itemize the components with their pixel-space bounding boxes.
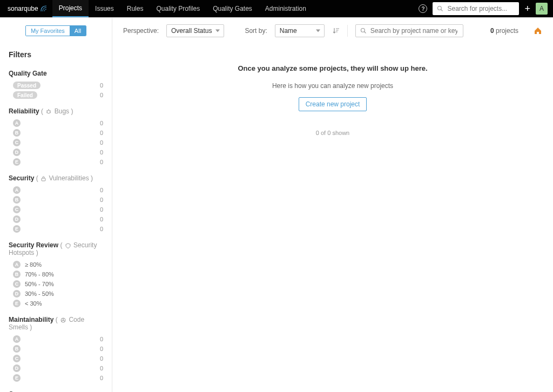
nav-item-issues[interactable]: Issues: [89, 0, 120, 17]
rating-badge: E: [13, 225, 21, 233]
maintainability-rating-a[interactable]: A0: [0, 334, 112, 344]
tab-all[interactable]: All: [70, 26, 86, 36]
facet-security-title[interactable]: Security ( Vulnerabilities ): [0, 167, 112, 185]
brand-logo[interactable]: sonarqube: [5, 5, 52, 12]
empty-subtext: Here is how you can analyze new projects: [123, 82, 542, 90]
nav-item-administration[interactable]: Administration: [259, 0, 313, 17]
svg-point-24: [361, 29, 365, 32]
create-project-button[interactable]: Create new project: [299, 97, 367, 111]
security-review-a[interactable]: A≥ 80%: [0, 260, 112, 269]
svg-line-1: [441, 10, 443, 11]
security-review-b[interactable]: B70% - 80%: [0, 269, 112, 279]
rating-badge: C: [13, 139, 21, 146]
nav-item-rules[interactable]: Rules: [120, 0, 150, 17]
rating-count: 0: [100, 375, 103, 381]
lock-icon: [41, 176, 46, 181]
filters-heading: Filters: [0, 47, 112, 62]
create-icon[interactable]: +: [524, 4, 530, 13]
facet-quality-gate-passed[interactable]: Passed 0: [0, 80, 112, 90]
facet-quality-gate-failed[interactable]: Failed 0: [0, 90, 112, 100]
rating-badge: D: [13, 290, 21, 298]
projects-count: 0 projects: [490, 27, 518, 35]
nav-item-projects[interactable]: Projects: [52, 0, 89, 17]
radiation-icon: [60, 317, 66, 323]
main-nav: ProjectsIssuesRulesQuality ProfilesQuali…: [52, 0, 313, 17]
sort-select[interactable]: Name: [275, 24, 325, 37]
results-shown-text: 0 of 0 shown: [123, 130, 542, 136]
maintainability-rating-c[interactable]: C0: [0, 354, 112, 363]
passed-pill: Passed: [13, 82, 41, 89]
reliability-rating-a[interactable]: A0: [0, 118, 112, 128]
project-search-input[interactable]: [369, 26, 458, 35]
rating-badge: E: [13, 374, 21, 382]
maintainability-rating-e[interactable]: E0: [0, 373, 112, 383]
security-review-e[interactable]: E< 30%: [0, 299, 112, 308]
reliability-rating-b[interactable]: B0: [0, 128, 112, 138]
rating-count: 0: [100, 365, 103, 371]
facet-label: Maintainability: [9, 316, 53, 323]
top-navbar: sonarqube ProjectsIssuesRulesQuality Pro…: [0, 0, 553, 17]
range-label: < 30%: [25, 300, 42, 307]
security-review-c[interactable]: C50% - 70%: [0, 279, 112, 289]
nav-item-quality-profiles[interactable]: Quality Profiles: [150, 0, 206, 17]
facet-security-review-title[interactable]: Security Review ( Security Hotspots ): [0, 234, 112, 260]
favorites-toggle-row: My Favorites All: [0, 18, 112, 42]
maintainability-rating-d[interactable]: D0: [0, 363, 112, 373]
tab-my-favorites[interactable]: My Favorites: [26, 26, 70, 36]
facet-sublabel: Bugs: [55, 107, 69, 115]
rating-badge: C: [13, 206, 21, 213]
rating-badge: D: [13, 364, 21, 372]
security-rating-e[interactable]: E0: [0, 224, 112, 234]
rating-badge: B: [13, 196, 21, 204]
help-icon[interactable]: ?: [419, 4, 427, 13]
rating-count: 0: [100, 336, 103, 342]
svg-rect-8: [42, 178, 45, 181]
security-rating-c[interactable]: C0: [0, 205, 112, 214]
facet-quality-gate-title[interactable]: Quality Gate: [0, 62, 112, 80]
home-icon[interactable]: [534, 26, 542, 35]
facet-sublabel: Vulnerabilities: [49, 174, 89, 182]
rating-count: 0: [100, 216, 103, 222]
sort-direction-icon[interactable]: [332, 27, 340, 35]
rating-count: 0: [100, 226, 103, 232]
user-avatar[interactable]: A: [536, 3, 548, 15]
rating-badge: B: [13, 271, 21, 278]
security-rating-b[interactable]: B0: [0, 195, 112, 205]
rating-badge: E: [13, 158, 21, 166]
global-search[interactable]: [433, 2, 519, 15]
rating-count: 0: [100, 206, 103, 213]
reliability-rating-d[interactable]: D0: [0, 147, 112, 157]
rating-badge: A: [13, 186, 21, 194]
svg-point-0: [438, 6, 442, 10]
facet-maintainability-title[interactable]: Maintainability ( Code Smells ): [0, 308, 112, 334]
rating-badge: D: [13, 148, 21, 156]
range-label: 50% - 70%: [25, 281, 54, 287]
security-review-d[interactable]: D30% - 50%: [0, 289, 112, 299]
projects-count-number: 0: [490, 27, 494, 35]
security-rating-d[interactable]: D0: [0, 214, 112, 224]
rating-badge: E: [13, 300, 21, 307]
facet-reliability-title[interactable]: Reliability ( Bugs ): [0, 100, 112, 118]
reliability-rating-e[interactable]: E0: [0, 157, 112, 167]
facet-label: Reliability: [9, 107, 39, 115]
rating-count: 0: [100, 159, 103, 165]
nav-item-quality-gates[interactable]: Quality Gates: [206, 0, 259, 17]
sort-value: Name: [280, 27, 297, 35]
maintainability-rating-b[interactable]: B0: [0, 344, 112, 354]
rating-badge: A: [13, 261, 21, 268]
main-content: Perspective: Overall Status Sort by: Nam…: [112, 18, 553, 392]
sort-label: Sort by:: [245, 27, 267, 35]
failed-count: 0: [100, 92, 103, 98]
project-search[interactable]: [355, 24, 463, 37]
facet-coverage-title[interactable]: Coverage: [0, 383, 112, 392]
rating-count: 0: [100, 139, 103, 146]
bug-icon: [46, 109, 51, 114]
security-rating-a[interactable]: A0: [0, 185, 112, 195]
projects-count-word: projects: [496, 27, 518, 35]
rating-badge: C: [13, 280, 21, 288]
reliability-rating-c[interactable]: C0: [0, 138, 112, 147]
perspective-select[interactable]: Overall Status: [166, 24, 224, 37]
global-search-input[interactable]: [446, 4, 515, 13]
rating-count: 0: [100, 149, 103, 156]
svg-point-2: [47, 110, 50, 113]
